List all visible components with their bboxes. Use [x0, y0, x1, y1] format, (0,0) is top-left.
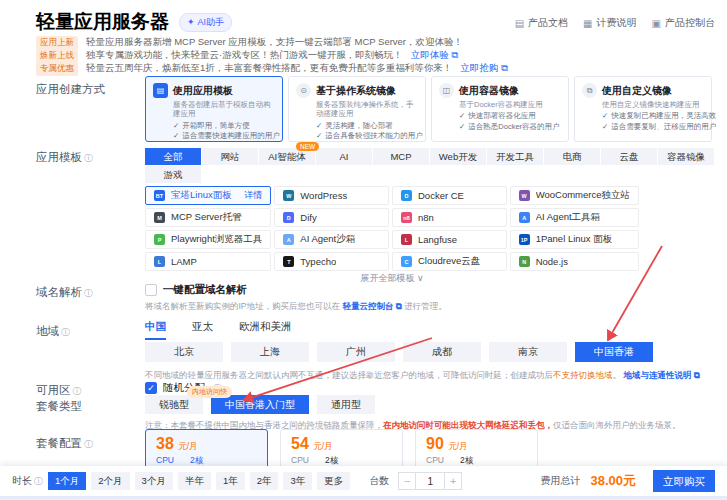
- creation-card-point: ✓灵活构建，随心部署: [316, 121, 419, 132]
- purchase-bar: 时长ⓘ 1个月 2个月 3个月 半年 1年 2年 3年 更多 台数 − 1 + …: [0, 466, 727, 496]
- template-item[interactable]: D Docker CE: [392, 186, 507, 205]
- app-icon: A: [283, 234, 294, 245]
- new-badge: NEW: [296, 142, 319, 151]
- template-item[interactable]: N Node.js: [510, 252, 639, 271]
- creation-card-point: ✓适合需要复制、迁移应用的用户: [602, 122, 705, 133]
- check-icon: ✓: [316, 121, 322, 130]
- external-link-icon: ⧉: [501, 62, 508, 73]
- template-grid: BT 宝塔Linux面板 详情 W WordPress D Docker CE …: [145, 186, 639, 271]
- region-tab-eu-us[interactable]: 欧洲和美洲: [239, 320, 292, 340]
- creation-card-point: ✓快速部署容器化应用: [459, 111, 562, 122]
- quantity-plus-button[interactable]: +: [444, 472, 462, 490]
- template-item[interactable]: n8 n8n: [392, 208, 507, 227]
- quantity-value: 1: [416, 472, 444, 490]
- info-icon: ⓘ: [61, 327, 70, 337]
- template-detail-link[interactable]: 详情: [244, 189, 262, 202]
- plan-price: 90: [426, 435, 444, 452]
- announcement-text: 独享专属游戏功能，快来轻量云·游戏专区！热门游戏一键开服，即刻畅玩！: [86, 49, 403, 62]
- template-item[interactable]: A AI Agent工具箱: [510, 208, 639, 227]
- app-icon: W: [283, 190, 294, 201]
- app-icon: L: [401, 234, 412, 245]
- zone-random-checkbox[interactable]: ✓: [145, 382, 157, 394]
- creation-card-container-image[interactable]: ◫ 使用容器镜像 基于Docker容器构建应用 ✓快速部署容器化应用 ✓适合熟悉…: [431, 76, 569, 142]
- city-shanghai[interactable]: 上海: [231, 342, 309, 362]
- creation-card-point: ✓快速复制已构建应用，灵活高效: [602, 111, 705, 122]
- page-header: 轻量应用服务器 ✦ AI助手: [36, 9, 232, 35]
- quantity-minus-button[interactable]: −: [398, 472, 416, 490]
- tab-web-dev[interactable]: Web开发: [430, 148, 486, 165]
- template-item[interactable]: A AI Agent沙箱: [274, 230, 389, 249]
- template-name: WooCommerce独立站: [536, 189, 630, 202]
- creation-method-label: 应用创建方式: [36, 82, 105, 97]
- tab-dev-tools[interactable]: 开发工具: [487, 148, 543, 165]
- nav-billing-info[interactable]: ▦ 计费说明: [583, 16, 636, 30]
- template-item[interactable]: T Typecho: [274, 252, 389, 271]
- city-nanjing[interactable]: 南京: [489, 342, 567, 362]
- duration-3month[interactable]: 3个月: [135, 472, 173, 490]
- duration-more[interactable]: 更多: [317, 472, 350, 490]
- sparkle-icon: ✦: [187, 17, 195, 27]
- ai-assistant-button[interactable]: ✦ AI助手: [179, 13, 232, 32]
- template-item[interactable]: W WooCommerce独立站: [510, 186, 639, 205]
- duration-halfyear[interactable]: 半年: [178, 472, 211, 490]
- tab-ecommerce[interactable]: 电商: [544, 148, 600, 165]
- template-item[interactable]: M MCP Server托管: [145, 208, 271, 227]
- dns-checkbox[interactable]: [145, 284, 157, 296]
- creation-card-desc: 服务器预装纯净操作系统，手动搭建应用: [316, 100, 419, 119]
- duration-2month[interactable]: 2个月: [91, 472, 129, 490]
- tab-all[interactable]: 全部: [145, 148, 201, 165]
- creation-card-custom-image[interactable]: ⧉ 使用自定义镜像 使用自定义镜像快速构建应用 ✓快速复制已构建应用，灵活高效 …: [574, 76, 712, 142]
- package-type-general[interactable]: 通用型: [317, 395, 375, 414]
- nav-product-docs[interactable]: ▤ 产品文档: [515, 16, 568, 30]
- city-chengdu[interactable]: 成都: [403, 342, 481, 362]
- region-connectivity-link[interactable]: 地域与连通性说明 ⧉: [623, 370, 699, 380]
- nav-console[interactable]: ▣ 产品控制台: [652, 16, 715, 30]
- duration-2year[interactable]: 2年: [250, 472, 279, 490]
- total-label: 费用总计: [540, 474, 580, 488]
- city-beijing[interactable]: 北京: [145, 342, 223, 362]
- creation-card-app-template[interactable]: ▤ 使用应用模板 服务器创建后基于模板自动构建应用 ✓开箱即用，简单方便 ✓适合…: [145, 76, 283, 142]
- template-item[interactable]: D Dify: [274, 208, 389, 227]
- creation-card-desc: 基于Docker容器构建应用: [459, 100, 562, 109]
- tab-game[interactable]: 游戏: [145, 166, 201, 183]
- billing-icon: ▦: [583, 18, 592, 29]
- tab-ai[interactable]: AI: [316, 148, 372, 165]
- container-icon: ◫: [439, 83, 454, 98]
- duration-1month[interactable]: 1个月: [48, 472, 86, 490]
- template-item[interactable]: L LAMP: [145, 252, 271, 271]
- creation-card-title: 基于操作系统镜像: [316, 84, 396, 98]
- template-item[interactable]: 1P 1Panel Linux 面板: [510, 230, 639, 249]
- city-guangzhou[interactable]: 广州: [317, 342, 395, 362]
- tab-mcp[interactable]: MCP: [373, 148, 429, 165]
- template-item[interactable]: P Playwright浏览器工具: [145, 230, 271, 249]
- announcement-text: 轻量应用服务器新增 MCP Server 应用模板，支持一键云端部署 MCP S…: [86, 36, 463, 49]
- city-buttons: 北京 上海 广州 成都 南京 中国香港: [145, 342, 653, 362]
- template-item[interactable]: L Langfuse: [392, 230, 507, 249]
- template-name: AI Agent沙箱: [300, 233, 355, 246]
- template-item[interactable]: BT 宝塔Linux面板 详情: [145, 186, 271, 205]
- region-tab-china[interactable]: 中国: [145, 320, 166, 340]
- quantity-stepper: − 1 +: [398, 472, 462, 490]
- creation-card-title: 使用应用模板: [173, 84, 233, 98]
- tab-website[interactable]: 网站: [202, 148, 258, 165]
- console-link[interactable]: 轻量云控制台 ⧉: [342, 301, 401, 311]
- plan-price: 54: [291, 435, 309, 452]
- announcement-link[interactable]: 立即抢购 ⧉: [460, 62, 507, 75]
- custom-image-icon: ⧉: [582, 83, 597, 98]
- duration-3year[interactable]: 3年: [283, 472, 312, 490]
- creation-card-os-image[interactable]: ⊙ 基于操作系统镜像 服务器预装纯净操作系统，手动搭建应用 ✓灵活构建，随心部署…: [288, 76, 426, 142]
- buy-now-button[interactable]: 立即购买: [653, 470, 715, 492]
- region-tab-apac[interactable]: 亚太: [192, 320, 213, 340]
- announcement-badge: 焕新上线: [36, 49, 78, 63]
- city-hongkong[interactable]: 中国香港: [575, 342, 653, 362]
- template-name: Langfuse: [418, 234, 457, 245]
- tab-cloud-disk[interactable]: 云盘: [601, 148, 657, 165]
- check-icon: ✓: [173, 121, 179, 130]
- tab-container[interactable]: 容器镜像: [658, 148, 714, 165]
- template-item[interactable]: C Cloudreve云盘: [392, 252, 507, 271]
- template-item[interactable]: W WordPress: [274, 186, 389, 205]
- template-name: Node.js: [536, 256, 568, 267]
- info-icon: ⓘ: [84, 288, 93, 298]
- duration-1year[interactable]: 1年: [216, 472, 245, 490]
- announcement-link[interactable]: 立即体验 ⧉: [411, 49, 458, 62]
